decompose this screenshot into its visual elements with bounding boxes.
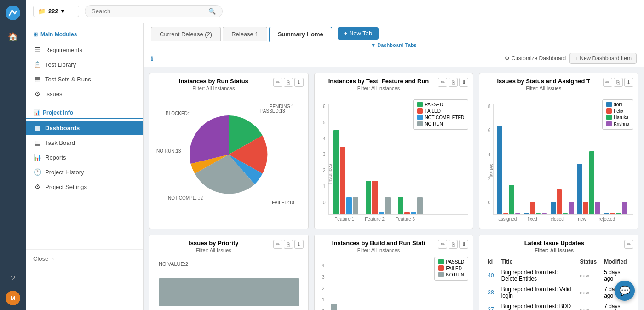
chart2-filter: Filter: All Instances [319,86,438,91]
chart4-copy-button[interactable]: ⎘ [284,240,293,249]
sidebar-item-test-sets[interactable]: ▦ Test Sets & Runs [26,72,143,86]
close-button[interactable]: Close ← [26,249,143,268]
issue-status-40: new [576,267,600,284]
pie-label-not-completed: NOT COMPL...:2 [168,195,203,201]
chart3-download-button[interactable]: ⬇ [624,78,633,87]
col-modified: Modified [600,257,633,267]
customize-dashboard-button[interactable]: ⚙ Customize Dashboard [505,55,566,62]
chart6-filter: Filter: All Issues [484,247,624,253]
help-icon[interactable]: ? [5,270,21,287]
issue-id-40[interactable]: 40 [484,267,497,284]
bar-group-feature3 [398,197,423,214]
project-name: 222 [48,8,58,15]
legend-not-completed: NOT COMPLETED [417,115,464,120]
svg-point-0 [6,6,20,20]
chart1-download-button[interactable]: ⬇ [294,78,304,87]
project-selector[interactable]: 📁 222 ▾ [33,6,79,17]
chart4-edit-button[interactable]: ✏ [273,240,282,249]
top-bar: 📁 222 ▾ 🔍 [26,0,644,23]
chart2-title: Instances by Test: Feature and Run [319,78,438,85]
chart1-edit-button[interactable]: ✏ [273,78,282,87]
chart6-edit-button[interactable]: ✏ [624,240,633,249]
chart5-filter: Filter: All Instances [319,247,438,253]
chart3-y-axis-label: Issues [489,164,494,178]
chart5-download-button[interactable]: ⬇ [459,240,468,249]
chart3-title: Issues by Status and Assigned T [484,78,603,85]
sidebar-item-dashboards[interactable]: ▦ Dashboards [26,121,143,135]
col-title: Title [498,257,576,267]
chart2-legend: PASSED FAILED NOT COMPLETED NO RUN [413,99,468,130]
charts-grid: Instances by Run Status Filter: All Inst… [144,67,644,310]
legend-doni: doni [606,102,629,107]
bar-group-feature1 [334,130,358,214]
new-dashboard-item-button[interactable]: + New Dashboard Item [569,53,637,64]
pie-label-failed: FAILED:10 [272,200,294,205]
tab-current-release[interactable]: Current Release (2) [151,27,221,41]
table-row: 40 Bug reported from test: Delete Entiti… [484,267,633,284]
table-row: 38 Bug reported from test: Valid login n… [484,284,633,301]
chart4-filter: Filter: All Issues [154,247,273,253]
legend5-passed: PASSED [438,259,464,264]
chart5-copy-button[interactable]: ⎘ [448,240,458,249]
chart6-title: Latest Issue Updates [484,240,624,247]
chat-bubble-button[interactable]: 💬 [615,281,635,301]
settings-icon: ⚙ [33,183,41,190]
chart1-copy-button[interactable]: ⎘ [284,78,293,87]
chart-instances-feature-run: Instances by Test: Feature and Run Filte… [314,73,474,229]
plus-icon: + [575,55,578,62]
bar-chart-2: 6 5 4 3 2 1 0 PASSED FAILED [319,95,469,224]
logo[interactable] [5,5,21,21]
chart4-download-button[interactable]: ⬇ [294,240,304,249]
issue-id-37[interactable]: 37 [484,301,497,310]
sidebar-item-test-library[interactable]: 📋 Test Library [26,57,143,72]
sidebar-item-task-board[interactable]: ▦ Task Board [26,135,143,150]
issue-id-38[interactable]: 38 [484,284,497,301]
history-icon: 🕐 [33,168,41,176]
bar-group-closed [551,189,574,214]
chart2-download-button[interactable]: ⬇ [459,78,468,87]
chart3-edit-button[interactable]: ✏ [603,78,612,87]
chart3-copy-button[interactable]: ⎘ [614,78,623,87]
chart2-copy-button[interactable]: ⎘ [448,78,458,87]
sidebar-item-project-history[interactable]: 🕐 Project History [26,165,143,179]
main-modules-title: ⊞ Main Modules [26,29,143,40]
sidebar-item-project-settings[interactable]: ⚙ Project Settings [26,179,143,194]
chart5-title: Instances by Build and Run Stati [319,240,438,247]
dashboards-icon: ▦ [33,124,41,132]
chart3-filter: Filter: All Issues [484,86,603,91]
avatar[interactable]: M [6,291,20,305]
search-box: 🔍 [85,5,223,17]
dashboard-header: ℹ ⚙ Customize Dashboard + New Dashboard … [144,50,644,67]
test-library-icon: 📋 [33,61,41,68]
issues-icon: ⚙ [33,90,41,98]
pie-chart-container: PENDING:1 BLOCKED:1 NO RUN:13 NOT COMPL.… [154,95,304,214]
tab-release-1[interactable]: Release 1 [223,27,267,41]
bar-group-assigned [497,126,520,214]
chart4-content: NO VALUE:2 1-showsto...:5 [154,257,304,310]
search-input[interactable] [92,8,205,15]
sidebar-item-reports[interactable]: 📊 Reports [26,150,143,165]
test-sets-icon: ▦ [33,75,41,83]
issue-status-37: new [576,301,600,310]
chart3-x-labels: assigned fixed closed new rejected [493,215,633,224]
new-tab-button[interactable]: + New Tab [338,27,379,40]
chart-issues-status-assigned: Issues by Status and Assigned T Filter: … [479,73,638,229]
project-folder-icon: 📁 [38,8,46,15]
sidebar-item-requirements[interactable]: ☰ Requirements [26,42,143,57]
home-icon[interactable]: 🏠 [5,29,21,45]
requirements-icon: ☰ [33,46,41,53]
issue-modified-37: 7 days ago [600,301,633,310]
legend-krishna: Krishna [606,121,629,126]
tab-summary-home[interactable]: Summary Home [269,27,332,42]
info-icon[interactable]: ℹ [151,55,153,62]
chart2-y-axis-label: Instances [328,164,333,184]
chart2-edit-button[interactable]: ✏ [438,78,447,87]
chart2-x-labels: Feature 1 Feature 2 Feature 3 [328,215,469,224]
col-status: Status [576,257,600,267]
chart1-filter: Filter: All Instances [154,86,273,91]
sidebar-item-issues[interactable]: ⚙ Issues [26,86,143,101]
pie-label-passed: PASSED:13 [260,109,285,114]
chart4-label: NO VALUE:2 [159,261,299,267]
chart5-edit-button[interactable]: ✏ [438,240,447,249]
legend-felix: Felix [606,108,629,114]
